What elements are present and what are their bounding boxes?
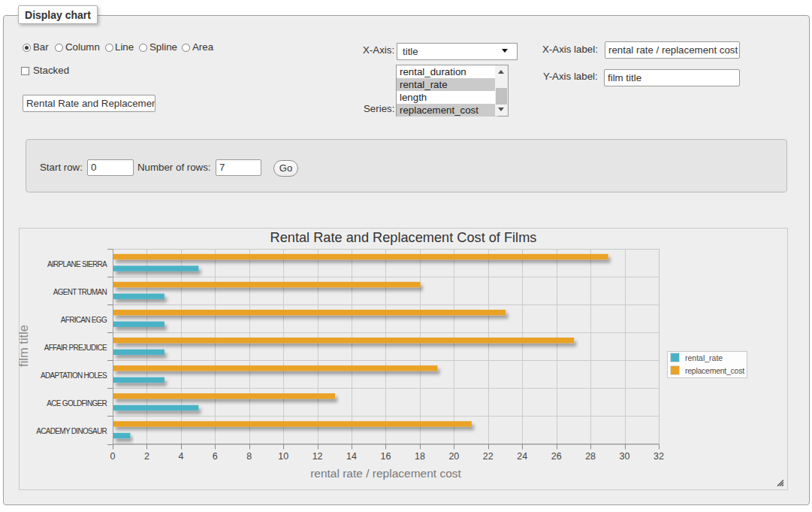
svg-text:replacement_cost: replacement_cost (685, 366, 744, 375)
svg-text:18: 18 (415, 451, 425, 462)
svg-text:32: 32 (654, 451, 664, 462)
svg-text:6: 6 (213, 451, 218, 462)
svg-text:film title: film title (19, 325, 30, 367)
svg-text:AFRICAN EGG: AFRICAN EGG (61, 316, 107, 324)
svg-text:0: 0 (110, 451, 116, 462)
svg-text:2: 2 (144, 451, 149, 462)
svg-text:Rental Rate and Replacement Co: Rental Rate and Replacement Cost of Film… (270, 230, 537, 245)
svg-text:rental_rate: rental_rate (685, 353, 723, 362)
svg-text:26: 26 (551, 451, 562, 462)
svg-text:24: 24 (517, 451, 527, 462)
svg-text:10: 10 (278, 451, 288, 462)
svg-text:16: 16 (381, 451, 391, 462)
svg-text:14: 14 (346, 451, 357, 462)
svg-text:rental rate / replacement cost: rental rate / replacement cost (310, 467, 461, 480)
svg-text:AIRPLANE SIERRA: AIRPLANE SIERRA (47, 260, 107, 268)
svg-text:28: 28 (585, 451, 596, 462)
svg-text:ACADEMY DINOSAUR: ACADEMY DINOSAUR (36, 427, 107, 435)
svg-text:30: 30 (620, 451, 630, 462)
svg-text:12: 12 (312, 451, 323, 462)
svg-text:22: 22 (483, 451, 494, 462)
svg-text:8: 8 (246, 451, 252, 462)
svg-text:4: 4 (178, 451, 183, 462)
svg-text:AGENT TRUMAN: AGENT TRUMAN (53, 288, 107, 296)
svg-text:ADAPTATION HOLES: ADAPTATION HOLES (41, 371, 107, 380)
svg-text:AFFAIR PREJUDICE: AFFAIR PREJUDICE (44, 344, 107, 352)
svg-text:ACE GOLDFINGER: ACE GOLDFINGER (47, 399, 107, 407)
svg-text:20: 20 (448, 451, 459, 462)
